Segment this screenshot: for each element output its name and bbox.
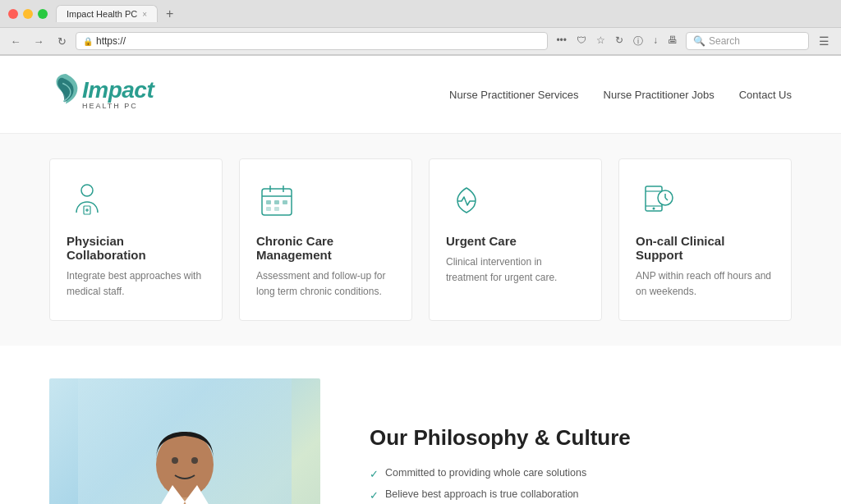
logo[interactable]: Impact HEALTH PC (49, 72, 154, 117)
browser-chrome: Impact Health PC × + ← → ↻ 🔒 https:// ••… (0, 0, 841, 56)
oncall-support-desc: ANP within reach off hours and on weeken… (636, 268, 774, 300)
search-placeholder: Search (709, 35, 740, 47)
ssl-lock-icon: 🔒 (83, 37, 93, 46)
svg-rect-10 (283, 200, 287, 204)
svg-rect-9 (274, 200, 279, 204)
svg-rect-11 (266, 207, 271, 211)
tab-title: Impact Health PC (67, 9, 137, 19)
address-bar[interactable]: 🔒 https:// (76, 32, 548, 50)
logo-text: Impact HEALTH PC (82, 78, 154, 112)
oncall-support-title: On-call Clinical Support (636, 234, 774, 262)
site-header: Impact HEALTH PC Nurse Practitioner Serv… (0, 56, 841, 134)
svg-rect-12 (274, 207, 279, 211)
browser-search-field[interactable]: 🔍 Search (686, 32, 809, 50)
physician-collaboration-title: Physician Collaboration (67, 234, 205, 262)
info-icon[interactable]: ⓘ (630, 33, 646, 50)
doctor-figure (49, 378, 320, 504)
site-nav: Nurse Practitioner Services Nurse Practi… (449, 89, 792, 101)
philosophy-item-2: ✓ Believe best approach is true collabor… (370, 488, 792, 502)
reload-button[interactable]: ↻ (53, 32, 71, 50)
tab-bar: Impact Health PC × + (56, 5, 833, 22)
new-tab-button[interactable]: + (161, 7, 178, 21)
check-icon-2: ✓ (370, 489, 379, 502)
philosophy-title: Our Philosophy & Culture (370, 425, 792, 451)
minimize-button[interactable] (23, 9, 33, 19)
philosophy-list: ✓ Committed to providing whole care solu… (370, 467, 792, 504)
physician-collaboration-icon (67, 180, 108, 221)
physician-collaboration-desc: Integrate best approaches with medical s… (67, 268, 205, 300)
service-card-urgent-care: Urgent Care Clinical intervention in tre… (429, 158, 602, 321)
download-icon[interactable]: ↓ (650, 33, 661, 50)
browser-menu-button[interactable]: ☰ (814, 33, 834, 49)
services-section: Physician Collaboration Integrate best a… (0, 134, 841, 346)
chronic-care-desc: Assessment and follow-up for long term c… (256, 268, 395, 300)
close-button[interactable] (8, 9, 18, 19)
browser-toolbar: ← → ↻ 🔒 https:// ••• 🛡 ☆ ↻ ⓘ ↓ 🖶 🔍 Searc… (0, 28, 841, 55)
oncall-support-icon (636, 180, 677, 221)
logo-subtitle-text: HEALTH PC (82, 103, 154, 111)
browser-tab[interactable]: Impact Health PC × (56, 5, 158, 22)
nav-contact-us[interactable]: Contact Us (739, 89, 792, 101)
urgent-care-title: Urgent Care (446, 234, 585, 248)
maximize-button[interactable] (38, 9, 48, 19)
toolbar-icons: ••• 🛡 ☆ ↻ ⓘ ↓ 🖶 (553, 33, 681, 50)
service-card-oncall-support: On-call Clinical Support ANP within reac… (618, 158, 792, 321)
services-grid: Physician Collaboration Integrate best a… (49, 158, 792, 321)
svg-point-16 (653, 208, 655, 210)
urgent-care-desc: Clinical intervention in treatment for u… (446, 254, 585, 286)
browser-titlebar: Impact Health PC × + (0, 0, 841, 28)
philosophy-content: Our Philosophy & Culture ✓ Committed to … (370, 378, 792, 504)
shield-icon[interactable]: 🛡 (573, 33, 590, 50)
svg-rect-8 (266, 200, 271, 204)
svg-point-23 (172, 457, 178, 464)
search-icon: 🔍 (693, 35, 705, 47)
refresh-icon[interactable]: ↻ (612, 33, 627, 50)
more-options-icon[interactable]: ••• (553, 33, 570, 50)
philosophy-section: Our Philosophy & Culture ✓ Committed to … (0, 346, 841, 504)
philosophy-image (49, 378, 320, 504)
back-button[interactable]: ← (7, 32, 25, 50)
url-text: https:// (96, 35, 126, 47)
service-card-physician-collaboration: Physician Collaboration Integrate best a… (49, 158, 223, 321)
svg-point-24 (191, 457, 198, 464)
urgent-care-icon (446, 180, 487, 221)
svg-point-0 (81, 185, 93, 196)
print-icon[interactable]: 🖶 (664, 33, 681, 50)
logo-impact-text: Impact (82, 78, 154, 103)
check-icon-1: ✓ (370, 468, 379, 480)
philosophy-item-1: ✓ Committed to providing whole care solu… (370, 467, 792, 480)
service-card-chronic-care: Chronic Care Management Assessment and f… (239, 158, 412, 321)
nav-nurse-practitioner-jobs[interactable]: Nurse Practitioner Jobs (604, 89, 715, 101)
bookmark-icon[interactable]: ☆ (593, 33, 609, 50)
traffic-lights (8, 9, 48, 19)
website-content: Impact HEALTH PC Nurse Practitioner Serv… (0, 56, 841, 504)
tab-close-icon[interactable]: × (142, 10, 147, 19)
logo-icon (49, 72, 82, 117)
chronic-care-icon (256, 180, 297, 221)
nav-nurse-practitioner-services[interactable]: Nurse Practitioner Services (449, 89, 579, 101)
philosophy-item-2-text: Believe best approach is true collaborat… (385, 488, 579, 500)
chronic-care-title: Chronic Care Management (256, 234, 395, 262)
philosophy-item-1-text: Committed to providing whole care soluti… (385, 467, 586, 479)
forward-button[interactable]: → (30, 32, 48, 50)
